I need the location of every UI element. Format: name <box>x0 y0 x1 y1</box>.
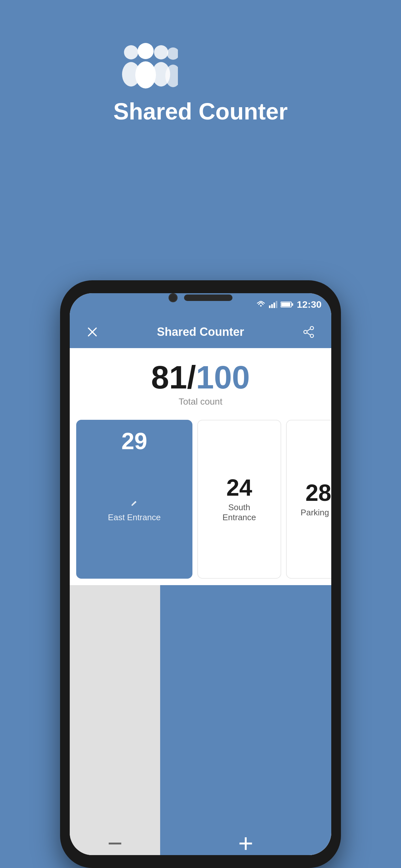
entrance-card-parking[interactable]: 28 Parking L <box>286 420 331 579</box>
phone-frame: 12:30 Shared Counter <box>60 280 341 868</box>
increment-button[interactable]: + <box>160 585 331 855</box>
entrance-south-count: 24 <box>226 476 252 499</box>
background-top: Shared Counter <box>0 0 401 144</box>
close-button[interactable] <box>83 322 102 342</box>
entrance-parking-label: Parking L <box>301 507 331 518</box>
entrance-east-count: 29 <box>121 430 147 453</box>
svg-point-4 <box>154 45 168 59</box>
earpiece-speaker <box>184 294 233 301</box>
svg-point-6 <box>167 48 178 60</box>
svg-line-20 <box>307 329 310 331</box>
counter-display: 81/100 Total count <box>70 348 331 416</box>
app-logo-icon <box>113 39 178 90</box>
share-button[interactable] <box>299 322 318 342</box>
action-area: − + <box>70 585 331 855</box>
svg-rect-9 <box>271 304 273 308</box>
app-logo-area: Shared Counter <box>113 39 288 144</box>
svg-rect-14 <box>292 303 293 306</box>
minus-symbol: − <box>107 831 123 855</box>
phone-notch <box>60 293 341 302</box>
svg-rect-10 <box>274 303 275 308</box>
entrance-cards-row: 29 East Entrance 24 SouthEntrance 28 Par… <box>70 416 331 585</box>
entrance-card-east[interactable]: 29 East Entrance <box>76 420 192 579</box>
entrance-card-south[interactable]: 24 SouthEntrance <box>197 420 281 579</box>
entrance-east-name-row: East Entrance <box>101 453 167 569</box>
svg-point-19 <box>304 330 307 334</box>
svg-point-18 <box>310 334 313 337</box>
svg-point-2 <box>137 43 154 59</box>
app-title-header: Shared Counter <box>113 98 288 125</box>
svg-rect-13 <box>281 303 290 306</box>
front-camera <box>168 293 178 302</box>
decrement-button[interactable]: − <box>70 585 160 855</box>
svg-point-0 <box>124 45 138 59</box>
counter-separator: / <box>187 359 196 395</box>
svg-rect-8 <box>269 306 271 308</box>
close-icon <box>86 326 99 338</box>
svg-line-21 <box>307 333 310 335</box>
plus-symbol: + <box>238 831 253 855</box>
counter-label: Total count <box>80 397 321 407</box>
app-header: Shared Counter <box>70 316 331 348</box>
svg-point-17 <box>310 327 313 330</box>
entrance-south-label: SouthEntrance <box>222 502 256 523</box>
edit-icon <box>131 500 138 507</box>
phone-screen: 12:30 Shared Counter <box>70 293 331 855</box>
counter-numbers: 81/100 <box>80 361 321 393</box>
entrance-east-label: East Entrance <box>108 513 160 523</box>
counter-max-value: 100 <box>196 359 250 395</box>
battery-icon <box>281 301 294 308</box>
counter-current-value: 81 <box>151 359 187 395</box>
share-icon <box>303 326 315 338</box>
header-title: Shared Counter <box>157 325 244 339</box>
entrance-parking-count: 28 <box>305 481 331 504</box>
